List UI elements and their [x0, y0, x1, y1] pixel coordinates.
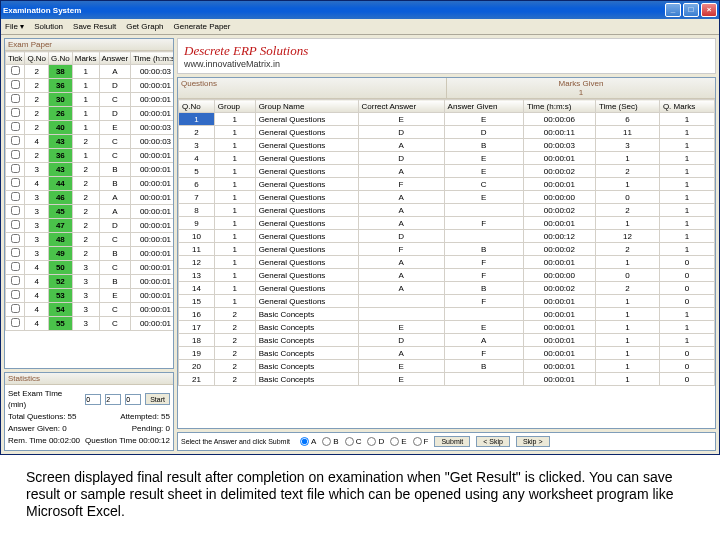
tick-checkbox[interactable]	[11, 220, 20, 229]
maximize-button[interactable]: □	[683, 3, 699, 17]
q-col-header: Time (Sec)	[595, 100, 659, 113]
tick-checkbox[interactable]	[11, 178, 20, 187]
opt-f[interactable]: F	[413, 437, 429, 446]
tick-checkbox[interactable]	[11, 290, 20, 299]
minimize-button[interactable]: _	[665, 3, 681, 17]
question-row[interactable]: 172Basic ConceptsEE00:00:0111	[179, 321, 715, 334]
q-col-header: Time (h:m:s)	[523, 100, 595, 113]
close-button[interactable]: ×	[701, 3, 717, 17]
tick-checkbox[interactable]	[11, 192, 20, 201]
tick-checkbox[interactable]	[11, 66, 20, 75]
opt-d[interactable]: D	[367, 437, 384, 446]
q-col-header: Q. Marks	[659, 100, 714, 113]
question-row[interactable]: 51General QuestionsAE00:00:0221	[179, 165, 715, 178]
question-row[interactable]: 151General QuestionsF00:00:0110	[179, 295, 715, 308]
question-row[interactable]: 31General QuestionsAB00:00:0331	[179, 139, 715, 152]
exam-row[interactable]: 3462A00:00:01	[6, 191, 174, 205]
exam-row[interactable]: 4553C00:00:01	[6, 317, 174, 331]
exam-row[interactable]: 2401E00:00:03	[6, 121, 174, 135]
question-row[interactable]: 41General QuestionsDE00:00:0111	[179, 152, 715, 165]
question-row[interactable]: 162Basic Concepts00:00:0111	[179, 308, 715, 321]
exam-row[interactable]: 4533E00:00:01	[6, 289, 174, 303]
question-row[interactable]: 11General QuestionsEE00:00:0661	[179, 113, 715, 126]
app-window: Examination System _ □ × File ▾ Solution…	[0, 0, 720, 455]
question-row[interactable]: 121General QuestionsAF00:00:0110	[179, 256, 715, 269]
answer-panel: Select the Answer and click Submit A B C…	[177, 432, 716, 451]
exam-row[interactable]: 2381A00:00:03	[6, 65, 174, 79]
exam-row[interactable]: 2361C00:00:01	[6, 149, 174, 163]
time-s-input[interactable]	[125, 394, 141, 405]
tick-checkbox[interactable]	[11, 94, 20, 103]
opt-b[interactable]: B	[322, 437, 338, 446]
statistics-header: Statistics	[5, 373, 173, 385]
menu-generate-paper[interactable]: Generate Paper	[174, 22, 231, 31]
exam-row[interactable]: 2301C00:00:01	[6, 93, 174, 107]
tick-checkbox[interactable]	[11, 248, 20, 257]
titlebar[interactable]: Examination System _ □ ×	[1, 1, 719, 19]
question-row[interactable]: 111General QuestionsFB00:00:0221	[179, 243, 715, 256]
question-row[interactable]: 202Basic ConceptsEB00:00:0110	[179, 360, 715, 373]
opt-a[interactable]: A	[300, 437, 316, 446]
exam-table: TickQ.NoG.NoMarksAnswerTime (h:m:s) 2381…	[5, 51, 173, 331]
exam-row[interactable]: 3452A00:00:01	[6, 205, 174, 219]
tick-checkbox[interactable]	[11, 136, 20, 145]
tick-checkbox[interactable]	[11, 108, 20, 117]
question-row[interactable]: 81General QuestionsA00:00:0221	[179, 204, 715, 217]
exam-row[interactable]: 2361D00:00:01	[6, 79, 174, 93]
window-title: Examination System	[3, 6, 81, 15]
exam-row[interactable]: 4432C00:00:03	[6, 135, 174, 149]
tick-checkbox[interactable]	[11, 304, 20, 313]
question-row[interactable]: 212Basic ConceptsE00:00:0110	[179, 373, 715, 386]
exam-row[interactable]: 4442B00:00:01	[6, 177, 174, 191]
question-row[interactable]: 101General QuestionsD00:00:12121	[179, 230, 715, 243]
question-row[interactable]: 141General QuestionsAB00:00:0220	[179, 282, 715, 295]
exam-row[interactable]: 3472D00:00:01	[6, 219, 174, 233]
marks-header: Marks Given1	[446, 78, 715, 99]
question-row[interactable]: 91General QuestionsAF00:00:0111	[179, 217, 715, 230]
opt-c[interactable]: C	[345, 437, 362, 446]
ans-given-label: Answer Given: 0	[8, 423, 67, 434]
question-row[interactable]: 192Basic ConceptsAF00:00:0110	[179, 347, 715, 360]
attempted-label: Attempted: 55	[120, 411, 170, 422]
time-h-input[interactable]	[85, 394, 101, 405]
menu-get-graph[interactable]: Get Graph	[126, 22, 163, 31]
exam-paper-header: Exam Paper	[5, 39, 173, 51]
exam-row[interactable]: 3492B00:00:01	[6, 247, 174, 261]
skip-next-button[interactable]: Skip >	[516, 436, 550, 447]
exam-row[interactable]: 4503C00:00:01	[6, 261, 174, 275]
exam-row[interactable]: 3482C00:00:01	[6, 233, 174, 247]
skip-back-button[interactable]: < Skip	[476, 436, 510, 447]
exam-col-header: Time (h:m:s)	[131, 52, 173, 65]
exam-row[interactable]: 3432B00:00:01	[6, 163, 174, 177]
tick-checkbox[interactable]	[11, 276, 20, 285]
question-row[interactable]: 131General QuestionsAF00:00:0000	[179, 269, 715, 282]
tick-checkbox[interactable]	[11, 80, 20, 89]
opt-e[interactable]: E	[390, 437, 406, 446]
questions-table[interactable]: Q.NoGroupGroup NameCorrect AnswerAnswer …	[178, 99, 715, 386]
tick-checkbox[interactable]	[11, 234, 20, 243]
tick-checkbox[interactable]	[11, 150, 20, 159]
tick-checkbox[interactable]	[11, 164, 20, 173]
question-row[interactable]: 61General QuestionsFC00:00:0111	[179, 178, 715, 191]
tick-checkbox[interactable]	[11, 262, 20, 271]
tick-checkbox[interactable]	[11, 318, 20, 327]
q-col-header: Answer Given	[444, 100, 523, 113]
start-button[interactable]: Start	[145, 393, 170, 405]
tick-checkbox[interactable]	[11, 122, 20, 131]
question-row[interactable]: 71General QuestionsAE00:00:0001	[179, 191, 715, 204]
exam-row[interactable]: 4543C00:00:01	[6, 303, 174, 317]
question-row[interactable]: 21General QuestionsDD00:00:11111	[179, 126, 715, 139]
menu-solution[interactable]: Solution	[34, 22, 63, 31]
exam-col-header: Answer	[99, 52, 131, 65]
exam-row[interactable]: 2261D00:00:01	[6, 107, 174, 121]
q-col-header: Group	[214, 100, 255, 113]
caption-text: Screen displayed final result after comp…	[0, 455, 720, 534]
question-row[interactable]: 182Basic ConceptsDA00:00:0111	[179, 334, 715, 347]
exam-row[interactable]: 4523B00:00:01	[6, 275, 174, 289]
menu-save-result[interactable]: Save Result	[73, 22, 116, 31]
submit-button[interactable]: Submit	[434, 436, 470, 447]
time-m-input[interactable]	[105, 394, 121, 405]
set-time-label: Set Exam Time (min)	[8, 388, 81, 410]
menu-file[interactable]: File ▾	[5, 22, 24, 31]
tick-checkbox[interactable]	[11, 206, 20, 215]
